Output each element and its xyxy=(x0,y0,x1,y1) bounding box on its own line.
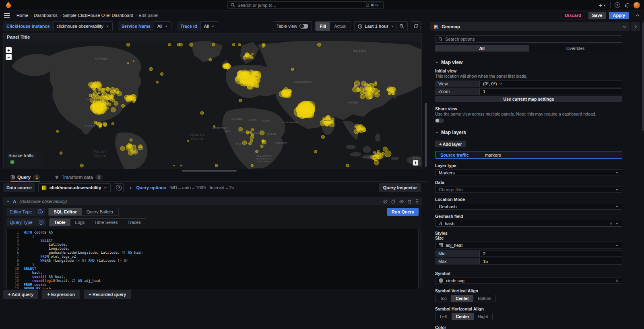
toggle-off[interactable] xyxy=(299,24,308,29)
map-zoom-out-button[interactable]: − xyxy=(6,54,12,60)
help-icon[interactable]: ? xyxy=(615,2,620,8)
data-select[interactable]: Change filter xyxy=(435,186,622,193)
map-zoom-in-button[interactable]: + xyxy=(6,47,12,53)
recorded-query-button[interactable]: + Recorded query xyxy=(84,290,131,299)
section-map-layers[interactable]: Map layers xyxy=(435,130,622,135)
discard-button[interactable]: Discard xyxy=(561,12,585,19)
time-range-picker[interactable]: Last 1 hour xyxy=(354,21,408,31)
options-scrollbar[interactable] xyxy=(642,22,644,131)
breadcrumb-dashboards[interactable]: Dashboards xyxy=(34,13,58,18)
chevron-down-icon xyxy=(106,25,109,28)
variable-label: Service Name xyxy=(118,21,154,31)
chevron-down-icon xyxy=(615,244,619,247)
traces-option[interactable]: Traces xyxy=(123,219,146,226)
layer-type-select[interactable]: Markers xyxy=(435,169,622,176)
zoom-label: Zoom xyxy=(435,88,479,95)
query-card: A (clickhouse-observability) Editor Type… xyxy=(3,197,422,287)
refresh-button[interactable] xyxy=(411,21,421,31)
variable-value-dropdown[interactable]: All xyxy=(200,21,218,31)
tab-all[interactable]: All xyxy=(435,45,529,52)
time-series-option[interactable]: Time Series xyxy=(89,219,122,226)
panel-title[interactable]: Panel Title xyxy=(4,33,421,41)
zoom-out-icon[interactable] xyxy=(399,24,404,29)
sql-code-editor[interactable]: 1WITH coords AS2 (3 SELECT4 Latitude,5 L… xyxy=(6,229,419,289)
datasource-help-button[interactable]: ? xyxy=(114,183,124,192)
table-option[interactable]: Table xyxy=(50,219,70,226)
max-input[interactable]: 15 xyxy=(479,258,622,265)
align-bottom-option[interactable]: Bottom xyxy=(473,295,495,302)
align-center-option[interactable]: Center xyxy=(452,313,474,320)
world-map xyxy=(4,41,421,169)
size-field-select[interactable]: adj_heat xyxy=(435,242,622,248)
geohash-field-select[interactable]: A hash xyxy=(435,220,622,227)
expression-button[interactable]: + Expression xyxy=(42,290,80,299)
min-input[interactable]: 2 xyxy=(479,250,622,257)
align-right-option[interactable]: Right xyxy=(474,313,493,320)
breadcrumb-separator: › xyxy=(30,13,31,18)
align-left-option[interactable]: Left xyxy=(436,313,452,320)
options-search-input[interactable]: Search options xyxy=(435,35,622,43)
use-current-map-settings-button[interactable]: Use current map settings xyxy=(435,96,622,102)
share-view-toggle[interactable] xyxy=(435,118,444,123)
layer-item-source-traffic[interactable]: Source traffic markers xyxy=(435,151,622,159)
save-button[interactable]: Save xyxy=(588,12,606,19)
circle-symbol-icon xyxy=(439,278,443,283)
query-card-header[interactable]: A (clickhouse-observability) xyxy=(3,197,422,205)
map-attribution-info-icon[interactable]: i xyxy=(413,160,418,166)
breadcrumb-dashboard-name[interactable]: Simple ClickHouse OTel Dashboard xyxy=(63,13,133,18)
variable-value-dropdown[interactable]: clickhouse-observability xyxy=(53,21,113,31)
search-icon xyxy=(231,3,235,7)
tab-overrides[interactable]: Overrides xyxy=(529,45,623,52)
query-builder-option[interactable]: Query Builder xyxy=(82,208,118,215)
query-inspector-button[interactable]: Query Inspector xyxy=(379,183,421,192)
left-pane-scrollbar[interactable] xyxy=(425,103,427,167)
fill-option[interactable]: Fill xyxy=(316,22,330,31)
map-canvas[interactable]: CANADARUSSIAUNITED STATESMEXICOBRAZILKAZ… xyxy=(4,41,421,169)
color-label: Color xyxy=(435,325,622,329)
align-center-option[interactable]: Center xyxy=(451,295,473,302)
logs-option[interactable]: Logs xyxy=(70,219,90,226)
remove-query-icon[interactable] xyxy=(408,199,412,204)
zoom-input[interactable]: 1 xyxy=(479,88,622,95)
panel-resize-handle[interactable] xyxy=(182,170,237,172)
location-mode-select[interactable]: Geohash xyxy=(435,203,622,210)
chevron-up-icon[interactable] xyxy=(636,14,640,17)
tab-transform-data[interactable]: Transform data 0 xyxy=(55,173,103,181)
duplicate-query-icon[interactable] xyxy=(391,199,396,204)
datasource-picker[interactable]: clickhouse-observability xyxy=(38,183,111,192)
disable-query-icon[interactable] xyxy=(383,199,388,204)
sql-editor-option[interactable]: SQL Editor xyxy=(49,208,81,215)
max-data-points-text: MD = auto = 1909 xyxy=(170,185,206,190)
panel-view-controls: Table view Fill Actual Last 1 hour xyxy=(273,21,421,31)
breadcrumb-home[interactable]: Home xyxy=(17,13,28,18)
divider xyxy=(632,12,632,18)
search-input[interactable]: Search or jump to... ⌘+k xyxy=(227,1,384,9)
drag-handle[interactable] xyxy=(415,199,419,204)
editor-type-help-icon[interactable]: ? xyxy=(35,208,45,216)
new-button[interactable]: + xyxy=(599,2,606,8)
chevron-down-icon xyxy=(499,82,502,85)
section-map-view[interactable]: Map view xyxy=(435,60,622,65)
hide-response-icon[interactable] xyxy=(399,200,404,203)
news-icon[interactable] xyxy=(624,2,630,8)
add-query-button[interactable]: + Add query xyxy=(3,290,38,299)
symbol-select[interactable]: circle.svg xyxy=(435,277,622,284)
menu-icon[interactable] xyxy=(4,13,10,18)
clear-icon[interactable] xyxy=(609,222,613,225)
collapse-options-button[interactable] xyxy=(631,22,640,31)
tab-query[interactable]: Query 1 xyxy=(10,173,40,181)
user-avatar[interactable] xyxy=(634,2,640,8)
actual-option[interactable]: Actual xyxy=(330,22,351,31)
align-top-option[interactable]: Top xyxy=(436,295,451,302)
query-type-help-icon[interactable]: ? xyxy=(36,218,46,226)
grafana-logo-icon[interactable] xyxy=(5,2,12,9)
query-options-toggle[interactable]: Query options MD = auto = 1909 Interval … xyxy=(129,185,234,190)
view-select[interactable]: (0°, 0°) xyxy=(479,81,622,87)
clear-icon[interactable] xyxy=(615,279,619,282)
table-view-toggle[interactable]: Table view xyxy=(273,21,312,31)
run-query-button[interactable]: Run Query xyxy=(387,208,419,216)
add-layer-button[interactable]: + Add layer xyxy=(435,141,466,147)
variable-value-dropdown[interactable]: All xyxy=(154,21,171,31)
panel-type-select[interactable]: Geomap xyxy=(430,22,630,31)
apply-button[interactable]: Apply xyxy=(609,12,629,19)
